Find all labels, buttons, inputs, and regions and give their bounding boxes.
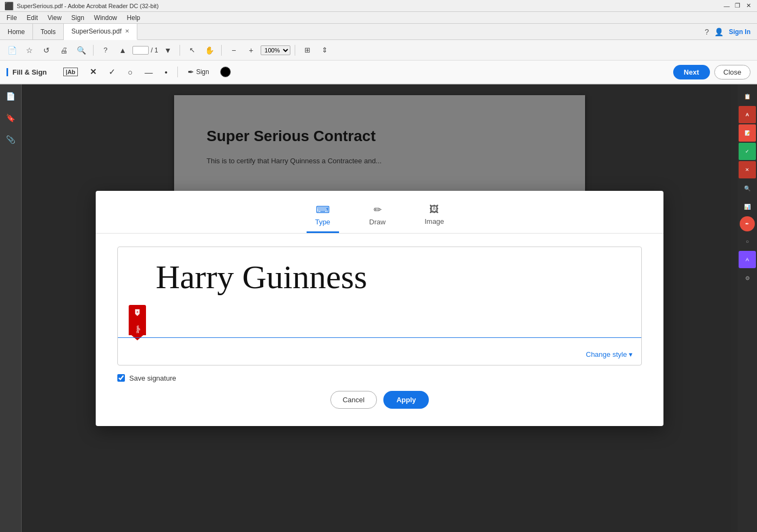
minimize-button[interactable]: — [722,2,731,10]
toolbar-sep-3 [221,45,222,56]
sig-button-row: Cancel Apply [96,391,663,409]
overlay-backdrop: ⌨ Type ✏ Draw 🖼 Image [22,84,738,532]
window-close-button[interactable]: ✕ [744,2,753,10]
tab-close-icon[interactable]: ✕ [125,28,129,34]
sign-cursive-icon: ✒ [188,68,194,77]
page-total: / 1 [151,46,158,54]
tab-tools[interactable]: Tools [33,24,64,40]
dot-tool[interactable]: • [160,64,171,80]
text-field-tool[interactable]: |Ab [59,64,83,80]
apply-button[interactable]: Apply [383,391,429,409]
tool-r10[interactable]: A [739,251,756,268]
sig-tab-image[interactable]: 🖼 Image [416,200,453,233]
back-button[interactable]: ↺ [39,43,54,58]
x-mark-icon: ✕ [90,67,97,77]
page-nav: 1 / 1 [132,46,158,55]
save-signature-label[interactable]: Save signature [129,374,176,382]
print-button[interactable]: 🖨 [56,43,71,58]
menu-sign[interactable]: Sign [67,13,89,23]
tab-tools-label: Tools [41,28,56,36]
circle-tool[interactable]: ○ [123,64,137,80]
attachments-panel-button[interactable]: 📎 [3,132,18,147]
menu-file[interactable]: File [2,13,21,23]
line-tool[interactable]: — [140,64,157,80]
menu-view[interactable]: View [43,13,66,23]
toolbar-sep-2 [180,45,180,56]
adobe-sign-logo: ✦ Sign [129,305,146,335]
app-icon: ⬛ [4,2,14,10]
tool-r9[interactable]: ○ [739,232,756,250]
sign-in-button[interactable]: Sign In [729,28,751,36]
text-field-icon: |Ab [63,68,78,76]
bookmarks-panel-button[interactable]: 🔖 [3,110,18,125]
sig-writing-area[interactable]: ✦ Sign Harry Guinness Change style ▾ [118,247,641,365]
image-icon: 🖼 [429,204,439,215]
dot-icon: • [164,68,167,77]
fill-sign-label: Fill & Sign [6,68,47,76]
restore-button[interactable]: ❐ [733,2,742,10]
window-title: SuperSerious.pdf - Adobe Acrobat Reader … [17,3,158,9]
help-icon[interactable]: ? [705,28,709,36]
page-number-input[interactable]: 1 [132,46,149,55]
check-mark-icon: ✓ [109,67,116,77]
pages-panel-button[interactable]: 📄 [3,89,18,104]
tool-r7[interactable]: 📊 [739,198,756,215]
title-bar: ⬛ SuperSerious.pdf - Adobe Acrobat Reade… [0,0,757,12]
save-signature-checkbox[interactable] [117,374,125,382]
close-bar-button[interactable]: Close [714,65,751,79]
sig-tab-image-label: Image [424,217,444,225]
keyboard-icon: ⌨ [316,204,330,216]
toolbar-sep-4 [295,45,295,56]
cancel-button[interactable]: Cancel [330,391,377,409]
zoom-out-button[interactable]: − [226,43,241,58]
next-page-button[interactable]: ▼ [160,43,175,58]
tool-r1[interactable]: 📋 [739,88,756,105]
view-pages-button[interactable]: ⊞ [300,43,315,58]
tool-r2[interactable]: A [739,106,756,123]
new-doc-button[interactable]: 📄 [4,43,19,58]
zoom-select[interactable]: 100% 75% 125% 150% [261,45,290,55]
menu-edit[interactable]: Edit [22,13,42,23]
sign-tool[interactable]: ✒ Sign [183,64,214,80]
sig-tab-draw[interactable]: ✏ Draw [361,200,394,233]
cursor-tool[interactable]: ↖ [184,43,200,58]
sig-tab-draw-label: Draw [369,218,386,226]
zoom-in-button[interactable]: + [243,43,258,58]
draw-icon: ✏ [374,204,382,216]
bookmark-button[interactable]: ☆ [22,43,37,58]
tool-r8[interactable]: ✒ [740,216,755,231]
signature-area: ✦ Sign Harry Guinness Change style ▾ [117,247,642,365]
tab-home[interactable]: Home [0,24,33,40]
menu-help[interactable]: Help [123,13,145,23]
tool-r3[interactable]: 📝 [739,124,756,142]
tab-home-label: Home [8,28,25,36]
signature-dialog: ⌨ Type ✏ Draw 🖼 Image [96,191,663,426]
title-bar-controls: — ❐ ✕ [722,2,753,10]
right-tools-panel: 📋 A 📝 ✓ ✕ 🔍 📊 ✒ ○ A ⚙ [738,84,757,532]
hand-tool[interactable]: ✋ [202,43,217,58]
tool-r11[interactable]: ⚙ [739,269,756,287]
help-circle-button[interactable]: ? [98,43,113,58]
x-mark-tool[interactable]: ✕ [85,64,101,80]
tool-r4[interactable]: ✓ [739,143,756,160]
tool-r5[interactable]: ✕ [739,161,756,178]
color-picker[interactable] [220,66,231,77]
tab-document[interactable]: SuperSerious.pdf ✕ [64,24,137,40]
view-scroll-button[interactable]: ⇕ [317,43,332,58]
pdf-area: Super Serious Contract This is to certif… [22,84,738,532]
tab-document-label: SuperSerious.pdf [71,28,122,35]
check-mark-tool[interactable]: ✓ [104,64,120,80]
fill-sign-bar: Fill & Sign |Ab ✕ ✓ ○ — • ✒ Sign Next Cl… [0,61,757,84]
next-button[interactable]: Next [673,65,710,79]
toolbar-sep-sign [177,66,178,77]
sign-label: Sign [196,68,209,76]
tool-r6[interactable]: 🔍 [739,179,756,197]
menu-bar: File Edit View Sign Window Help [0,12,757,24]
toolbar-sep-1 [93,45,94,56]
search-button[interactable]: 🔍 [74,43,89,58]
sig-tab-type[interactable]: ⌨ Type [307,200,339,233]
prev-page-button[interactable]: ▲ [115,43,130,58]
menu-window[interactable]: Window [90,13,122,23]
change-style-button[interactable]: Change style ▾ [586,350,633,358]
user-icon[interactable]: 👤 [714,28,723,36]
